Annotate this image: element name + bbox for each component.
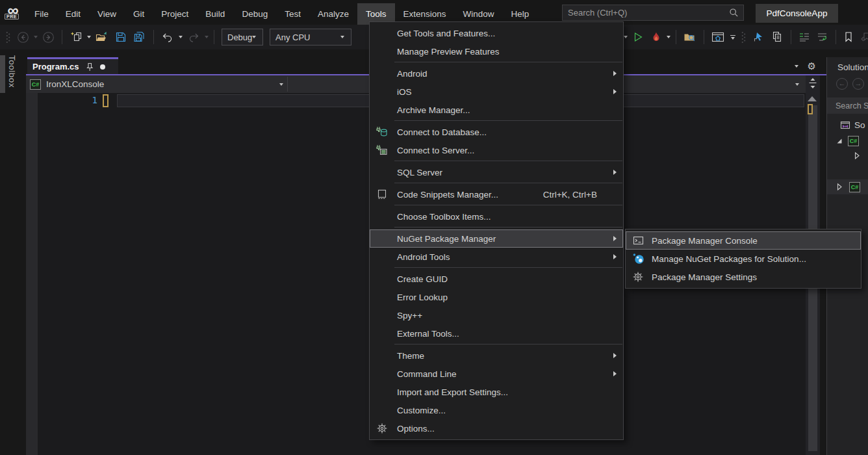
menu-item-theme[interactable]: Theme <box>370 346 623 365</box>
menubar-item-debug[interactable]: Debug <box>233 3 276 25</box>
toolbar-separator <box>214 30 214 44</box>
project-dropdown[interactable]: IronXLConsole <box>46 79 104 89</box>
menu-item-import-and-export-settings[interactable]: Import and Export Settings... <box>370 383 623 401</box>
save-all-button[interactable] <box>131 29 148 46</box>
menu-item-customize[interactable]: Customize... <box>370 401 623 419</box>
toolbar-separator <box>836 30 836 44</box>
menu-icon-placeholder <box>376 46 389 57</box>
menu-item-manage-preview-features[interactable]: Manage Preview Features <box>370 42 623 60</box>
member-dropdown-icon[interactable] <box>795 83 799 86</box>
menu-item-options[interactable]: Options... <box>370 419 623 437</box>
menu-item-spy[interactable]: Spy++ <box>370 306 623 324</box>
split-window-handle[interactable] <box>808 77 818 89</box>
solution-platform-dropdown[interactable]: Any CPU <box>270 29 351 46</box>
tree-item-child-collapsed[interactable] <box>827 148 868 163</box>
menu-item-choose-toolbox-items[interactable]: Choose Toolbox Items... <box>370 207 623 226</box>
breakpoint-margin[interactable] <box>26 93 38 455</box>
bookmark-button[interactable] <box>841 29 856 46</box>
expander-collapsed-icon[interactable] <box>834 182 844 192</box>
web-browser-button[interactable] <box>709 29 726 46</box>
menubar-item-git[interactable]: Git <box>125 3 153 25</box>
menubar-item-file[interactable]: File <box>26 3 57 25</box>
menu-item-label: Customize... <box>397 406 446 415</box>
submenu-arrow-icon <box>613 254 617 259</box>
browser-dropdown-icon[interactable] <box>730 35 736 40</box>
find-in-files-button[interactable] <box>682 29 698 46</box>
copy-document-icon[interactable] <box>769 29 785 46</box>
tools-menu-items: Get Tools and Features...Manage Preview … <box>370 24 623 437</box>
save-button[interactable] <box>113 29 129 46</box>
tab-program-cs[interactable]: Program.cs <box>27 57 118 74</box>
menubar-item-analyze[interactable]: Analyze <box>309 3 357 25</box>
menu-item-connect-to-server[interactable]: Connect to Server... <box>370 141 623 159</box>
menu-item-connect-to-database[interactable]: Connect to Database... <box>370 123 623 141</box>
solution-configuration-dropdown[interactable]: Debug <box>222 29 263 46</box>
menu-item-package-manager-console[interactable]: Package Manager Console <box>626 231 861 250</box>
tab-title: Program.cs <box>32 62 79 72</box>
menubar-item-edit[interactable]: Edit <box>57 3 89 25</box>
tree-item-project-expanded[interactable]: C# <box>827 133 868 148</box>
account-project-button[interactable]: PdfConsoleApp <box>756 4 838 23</box>
menubar-item-build[interactable]: Build <box>197 3 233 25</box>
menu-item-external-tools[interactable]: External Tools... <box>370 324 623 343</box>
unsaved-changes-indicator <box>100 64 105 70</box>
expander-expanded-icon[interactable] <box>834 136 844 146</box>
menu-item-manage-nuget-packages-for-solution[interactable]: Manage NuGet Packages for Solution... <box>626 250 861 268</box>
quick-search-box[interactable] <box>562 5 744 21</box>
solution-forward-button[interactable]: → <box>852 78 864 90</box>
navigate-back-button[interactable] <box>15 29 31 46</box>
menubar-item-project[interactable]: Project <box>153 3 197 25</box>
menubar-item-view[interactable]: View <box>89 3 125 25</box>
caret-position-marker <box>808 104 813 114</box>
menu-item-android-tools[interactable]: Android Tools <box>370 248 623 266</box>
navigate-forward-button[interactable] <box>40 29 57 46</box>
new-project-button[interactable] <box>68 29 84 46</box>
toolbar-grip[interactable] <box>739 29 748 46</box>
pin-icon[interactable] <box>86 62 94 72</box>
tree-item-solution[interactable]: So <box>827 118 868 133</box>
indent-lines-icon[interactable] <box>797 29 812 46</box>
menu-item-sql-server[interactable]: SQL Server <box>370 163 623 181</box>
hot-reload-dropdown-icon[interactable] <box>667 36 670 38</box>
menu-item-code-snippets-manager[interactable]: Code Snippets Manager...Ctrl+K, Ctrl+B <box>370 185 623 203</box>
previous-bookmark-button[interactable] <box>858 29 868 46</box>
solution-search-input[interactable] <box>827 101 868 110</box>
navigate-back-dropdown-icon[interactable] <box>34 36 38 38</box>
solution-search-box[interactable] <box>827 98 868 114</box>
menubar-item-test[interactable]: Test <box>276 3 309 25</box>
toolbar-grip[interactable] <box>4 29 12 46</box>
undo-dropdown-icon[interactable] <box>179 36 183 38</box>
menu-item-nuget-package-manager[interactable]: NuGet Package Manager <box>370 229 623 248</box>
submenu-arrow-icon <box>613 89 617 94</box>
scroll-up-button[interactable] <box>808 96 817 101</box>
menu-item-ios[interactable]: iOS <box>370 83 623 101</box>
solution-back-button[interactable]: ← <box>836 78 848 90</box>
start-without-debugging-button[interactable] <box>630 29 646 46</box>
undo-button[interactable] <box>159 29 176 46</box>
menu-item-create-guid[interactable]: Create GUID <box>370 270 623 288</box>
tree-item-project-collapsed[interactable]: C# <box>827 179 868 194</box>
expander-collapsed-icon[interactable] <box>852 151 862 161</box>
project-dropdown-icon[interactable] <box>279 83 283 86</box>
new-item-dropdown-icon[interactable] <box>87 36 91 38</box>
document-list-dropdown-icon[interactable] <box>795 65 798 68</box>
open-file-button[interactable] <box>94 29 110 46</box>
menu-item-label: Connect to Server... <box>397 146 474 155</box>
menu-item-android[interactable]: Android <box>370 64 623 83</box>
menu-item-package-manager-settings[interactable]: Package Manager Settings <box>626 268 861 286</box>
inspect-element-icon[interactable] <box>750 29 767 46</box>
word-wrap-icon[interactable] <box>815 29 830 46</box>
menu-item-shortcut: Ctrl+K, Ctrl+B <box>543 190 614 200</box>
menu-item-archive-manager[interactable]: Archive Manager... <box>370 101 623 119</box>
start-dropdown-icon[interactable] <box>624 36 628 38</box>
gear-icon[interactable]: ⚙ <box>808 61 816 71</box>
redo-button[interactable] <box>185 29 202 46</box>
menu-item-get-tools-and-features[interactable]: Get Tools and Features... <box>370 24 623 42</box>
menu-item-command-line[interactable]: Command Line <box>370 365 623 383</box>
hot-reload-button[interactable] <box>648 29 664 46</box>
line-number: 1 <box>71 95 97 105</box>
toolbox-tab[interactable]: Toolbox <box>7 55 17 88</box>
redo-dropdown-icon[interactable] <box>205 36 209 38</box>
menu-item-error-lookup[interactable]: Error Lookup <box>370 288 623 306</box>
search-input[interactable] <box>563 8 729 18</box>
